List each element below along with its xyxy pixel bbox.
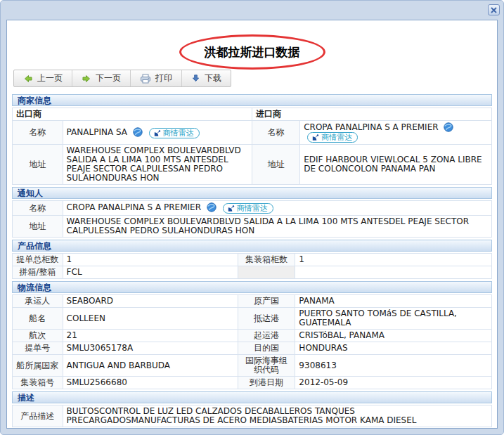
- exporter-address-value: WAREHOUSE COMPLEX BOULEVARDBLVD SALIDA A…: [63, 145, 252, 185]
- title-area: 洪都拉斯进口数据: [12, 20, 492, 70]
- section-product: 产品信息 提单总柜数 1 集装箱柜数 1 拼箱/整箱 FCL: [12, 240, 492, 279]
- carrier-label: 承运人: [13, 295, 63, 308]
- table-row: 拼箱/整箱 FCL: [13, 266, 492, 279]
- prev-page-label: 上一页: [37, 73, 63, 84]
- arrow-left-icon: [23, 74, 33, 84]
- bl-number-value: SMLU3065178A: [63, 342, 238, 355]
- table-row: 提单总柜数 1 集装箱柜数 1: [13, 254, 492, 266]
- voyage-value: 21: [63, 330, 238, 342]
- printer-icon: [140, 74, 151, 84]
- radar-badge[interactable]: 商情雷达: [307, 132, 358, 143]
- arrow-right-icon: [82, 74, 91, 84]
- arrival-date-value: 2012-05-09: [295, 377, 492, 389]
- arrival-port-value: PUERTO SANTO TOMáS DE CASTILLA, GUATEMAL…: [295, 308, 492, 330]
- satellite-icon: [153, 129, 161, 137]
- exporter-name-value: PANALPINA SA: [67, 127, 127, 137]
- notify-address-value: WAREHOUSE COMPLEX BOULEVARDBLVD SALIDA A…: [63, 216, 491, 238]
- imo-code-label: 国际海事组织代码: [238, 355, 295, 377]
- globe-icon[interactable]: [133, 127, 143, 137]
- exporter-column-header: 出口商: [13, 108, 252, 121]
- section-logistics: 物流信息 承运人 SEABOARD 原产国 PANAMA 船名 COLLEEN …: [12, 281, 492, 389]
- table-row: 船所属国家 ANTIGUA AND BARBUDA 国际海事组织代码 93086…: [13, 355, 492, 377]
- carrier-value: SEABOARD: [63, 295, 238, 308]
- next-page-button[interactable]: 下一页: [72, 70, 131, 86]
- table-row: 航次 21 起运港 CRISTóBAL, PANAMA: [13, 330, 492, 342]
- empty-label-cell: [238, 266, 295, 279]
- dialog-titlebar: [1, 1, 503, 20]
- download-arrow-icon: [191, 74, 200, 83]
- exporter-name-cell: PANALPINA SA 商: [63, 121, 252, 145]
- product-table: 提单总柜数 1 集装箱柜数 1 拼箱/整箱 FCL: [12, 253, 492, 279]
- satellite-icon: [227, 204, 235, 212]
- table-row: 名称 CROPA PANALPINA S A PREMIER: [13, 201, 492, 216]
- section-header-product: 产品信息: [12, 240, 492, 252]
- section-header-notify: 通知人: [12, 187, 492, 199]
- bl-total-containers-label: 提单总柜数: [13, 254, 63, 266]
- notify-name-cell: CROPA PANALPINA S A PREMIER: [63, 201, 491, 216]
- origin-country-label: 原产国: [238, 295, 295, 308]
- close-button[interactable]: [488, 4, 500, 15]
- logistics-table: 承运人 SEABOARD 原产国 PANAMA 船名 COLLEEN 抵达港 P…: [12, 294, 492, 389]
- product-description-value: BULTOSCONTROL DE LUZ LED CALZADOS DECABA…: [63, 405, 491, 427]
- origin-country-value: PANAMA: [295, 295, 492, 308]
- empty-value-cell: [295, 266, 492, 279]
- importer-column-header: 进口商: [252, 108, 491, 121]
- radar-badge[interactable]: 商情雷达: [149, 128, 200, 138]
- section-header-description: 描述: [12, 391, 492, 403]
- departure-port-value: CRISTóBAL, PANAMA: [295, 330, 492, 342]
- notify-address-label: 地址: [13, 216, 63, 238]
- radar-badge[interactable]: 商情雷达: [223, 203, 273, 214]
- section-header-logistics: 物流信息: [12, 281, 492, 293]
- table-row: 船名 COLLEEN 抵达港 PUERTO SANTO TOMáS DE CAS…: [13, 308, 492, 330]
- radar-badge-label: 商情雷达: [321, 133, 352, 142]
- close-icon: [491, 7, 497, 13]
- destination-country-label: 目的国: [238, 342, 295, 355]
- importer-name-label: 名称: [252, 121, 299, 145]
- importer-name-cell: CROPA PANALPINA S A PREMIER: [300, 121, 492, 145]
- importer-name-value: CROPA PANALPINA S A PREMIER: [304, 122, 438, 132]
- globe-icon[interactable]: [207, 202, 217, 212]
- departure-port-label: 起运港: [238, 330, 295, 342]
- print-button[interactable]: 打印: [131, 70, 182, 86]
- container-number-value: SMLU2566680: [63, 377, 238, 389]
- product-description-label: 产品描述: [13, 405, 63, 427]
- download-button[interactable]: 下载: [182, 70, 231, 86]
- radar-badge-label: 商情雷达: [237, 204, 268, 213]
- bl-total-containers-value: 1: [63, 254, 238, 266]
- description-table: 产品描述 BULTOSCONTROL DE LUZ LED CALZADOS D…: [12, 405, 492, 427]
- voyage-label: 航次: [13, 330, 63, 342]
- notify-name-label: 名称: [13, 201, 63, 216]
- merchant-table: 出口商 进口商 名称 PANALPINA SA: [12, 108, 492, 185]
- container-count-value: 1: [295, 254, 492, 266]
- section-header-merchant: 商家信息: [12, 94, 492, 106]
- bl-number-label: 提单号: [13, 342, 63, 355]
- print-label: 打印: [155, 73, 172, 84]
- sections-container: 商家信息 出口商 进口商 名称 PANALPINA SA: [12, 94, 492, 427]
- section-merchant: 商家信息 出口商 进口商 名称 PANALPINA SA: [12, 94, 492, 185]
- exporter-name-label: 名称: [13, 121, 63, 145]
- download-label: 下载: [205, 73, 221, 84]
- radar-badge-label: 商情雷达: [163, 129, 194, 138]
- ship-flag-country-label: 船所属国家: [13, 355, 63, 377]
- destination-country-value: HONDURAS: [295, 342, 492, 355]
- importer-address-label: 地址: [252, 145, 299, 185]
- table-row: 产品描述 BULTOSCONTROL DE LUZ LED CALZADOS D…: [13, 405, 492, 427]
- container-number-label: 集装箱号: [13, 377, 63, 389]
- section-description: 描述 产品描述 BULTOSCONTROL DE LUZ LED CALZADO…: [12, 391, 492, 427]
- satellite-icon: [311, 134, 319, 141]
- globe-icon[interactable]: [444, 122, 453, 132]
- dialog-content-panel: 洪都拉斯进口数据 上一页 下一页: [6, 20, 498, 429]
- table-row: 地址 WAREHOUSE COMPLEX BOULEVARDBLVD SALID…: [13, 145, 492, 185]
- lcl-fcl-value: FCL: [63, 266, 238, 279]
- table-row: 地址 WAREHOUSE COMPLEX BOULEVARDBLVD SALID…: [13, 216, 492, 238]
- section-notify: 通知人 名称 CROPA PANALPINA S A PREMIER: [12, 187, 492, 238]
- table-row: 承运人 SEABOARD 原产国 PANAMA: [13, 295, 492, 308]
- vessel-name-value: COLLEEN: [63, 308, 238, 330]
- table-row: 集装箱号 SMLU2566680 到港日期 2012-05-09: [13, 377, 492, 389]
- prev-page-button[interactable]: 上一页: [14, 70, 72, 86]
- notify-name-value: CROPA PANALPINA S A PREMIER: [67, 202, 201, 212]
- page-title: 洪都拉斯进口数据: [12, 44, 492, 60]
- next-page-label: 下一页: [96, 73, 121, 84]
- table-row: 出口商 进口商: [13, 108, 492, 121]
- table-row: 提单号 SMLU3065178A 目的国 HONDURAS: [13, 342, 492, 355]
